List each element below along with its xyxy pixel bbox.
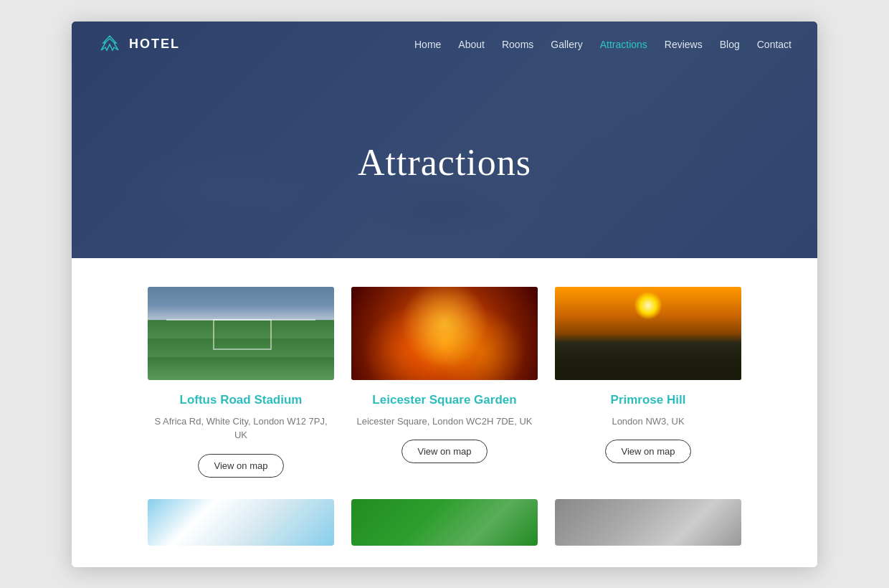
carousel-image (351, 287, 538, 380)
nav-item-attractions[interactable]: Attractions (600, 38, 647, 51)
nav-link-attractions[interactable]: Attractions (600, 39, 647, 50)
attraction-card-2: Leicester Square Garden Leicester Square… (351, 287, 538, 478)
nav-item-rooms[interactable]: Rooms (502, 38, 533, 51)
logo[interactable]: HOTEL (98, 34, 180, 54)
nav-link-reviews[interactable]: Reviews (665, 39, 703, 50)
attractions-grid-partial (72, 499, 817, 546)
nav-item-contact[interactable]: Contact (757, 38, 791, 51)
nav-item-gallery[interactable]: Gallery (551, 38, 582, 51)
attraction-card-partial-2 (351, 499, 538, 546)
logo-text: HOTEL (129, 37, 180, 52)
attraction-name-3[interactable]: Primrose Hill (555, 393, 741, 407)
content-section: Loftus Road Stadium S Africa Rd, White C… (72, 258, 817, 567)
partial-image-2 (351, 499, 538, 546)
nav-item-about[interactable]: About (458, 38, 485, 51)
attraction-card-3: Primrose Hill London NW3, UK View on map (555, 287, 741, 478)
page-title: Attractions (358, 141, 531, 184)
nav-link-gallery[interactable]: Gallery (551, 39, 582, 50)
view-map-button-3[interactable]: View on map (605, 440, 692, 463)
attraction-card-1: Loftus Road Stadium S Africa Rd, White C… (148, 287, 334, 478)
nav-item-home[interactable]: Home (414, 38, 441, 51)
partial-image-3 (555, 499, 741, 546)
main-nav: HOTEL Home About Rooms Gallery Attractio… (72, 22, 817, 67)
nav-link-home[interactable]: Home (414, 39, 441, 50)
nav-link-contact[interactable]: Contact (757, 39, 791, 50)
stadium-image (148, 287, 334, 380)
hero-title-wrap: Attractions (72, 67, 817, 258)
attraction-address-3: London NW3, UK (555, 414, 741, 429)
partial-image-1 (148, 499, 334, 546)
attraction-name-2[interactable]: Leicester Square Garden (351, 393, 538, 407)
partial-img-grey (555, 499, 741, 546)
nav-link-blog[interactable]: Blog (720, 39, 740, 50)
attraction-name-1[interactable]: Loftus Road Stadium (148, 393, 334, 407)
attraction-card-partial-3 (555, 499, 741, 546)
sunset-image (555, 287, 741, 380)
view-map-button-2[interactable]: View on map (401, 440, 488, 463)
attraction-address-1: S Africa Rd, White City, London W12 7PJ,… (148, 414, 334, 442)
browser-window: HOTEL Home About Rooms Gallery Attractio… (72, 22, 817, 567)
partial-img-green (351, 499, 538, 546)
view-map-button-1[interactable]: View on map (198, 454, 285, 478)
partial-img-sky (148, 499, 334, 546)
nav-link-about[interactable]: About (458, 39, 485, 50)
attraction-card-partial-1 (148, 499, 334, 546)
hero-section: HOTEL Home About Rooms Gallery Attractio… (72, 22, 817, 258)
attractions-grid: Loftus Road Stadium S Africa Rd, White C… (72, 287, 817, 478)
attraction-image-2 (351, 287, 538, 380)
attraction-image-1 (148, 287, 334, 380)
attraction-image-3 (555, 287, 741, 380)
nav-links: Home About Rooms Gallery Attractions Rev… (414, 38, 791, 51)
nav-link-rooms[interactable]: Rooms (502, 39, 533, 50)
nav-item-blog[interactable]: Blog (720, 38, 740, 51)
nav-item-reviews[interactable]: Reviews (665, 38, 703, 51)
logo-icon (98, 34, 122, 54)
attraction-address-2: Leicester Square, London WC2H 7DE, UK (351, 414, 538, 429)
